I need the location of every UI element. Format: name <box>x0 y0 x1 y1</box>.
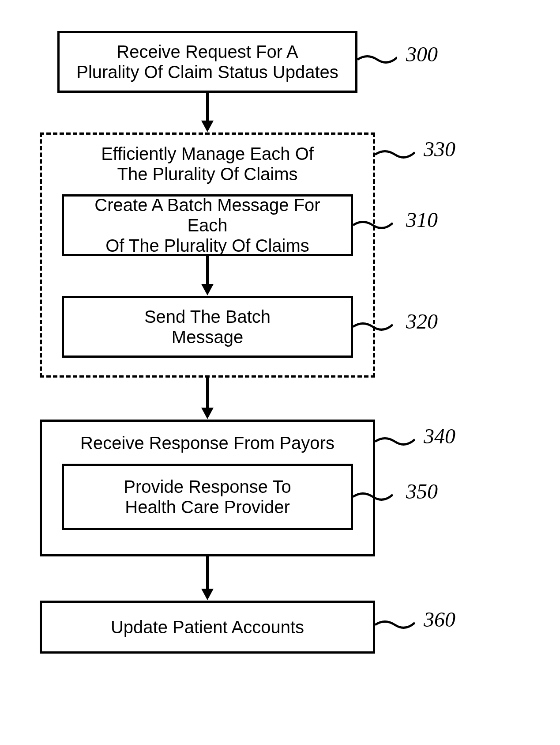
ref-label-330: 330 <box>424 137 455 161</box>
box-text: Of The Plurality Of Claims <box>105 236 309 255</box>
box-text: Message <box>172 327 243 347</box>
leader-line-icon <box>375 616 415 629</box>
flowchart-canvas: Receive Request For A Plurality Of Claim… <box>0 0 560 745</box>
box-text: Send The Batch <box>144 307 271 326</box>
box-text: Update Patient Accounts <box>111 617 304 637</box>
ref-label-360: 360 <box>424 607 455 632</box>
leader-line-icon <box>375 146 415 159</box>
leader-line-icon <box>353 216 393 230</box>
arrow-head-icon <box>201 121 214 132</box>
box-update-accounts: Update Patient Accounts <box>40 601 375 654</box>
ref-label-300: 300 <box>406 42 438 66</box>
arrow <box>206 256 209 285</box>
box-title: Efficiently Manage Each Of The Plurality… <box>42 144 373 184</box>
ref-label-350: 350 <box>406 479 438 503</box>
box-text: Health Care Provider <box>125 497 290 517</box>
arrow-head-icon <box>201 589 214 600</box>
leader-line-icon <box>357 51 397 64</box>
ref-label-310: 310 <box>406 208 438 232</box>
ref-label-320: 320 <box>406 309 438 333</box>
arrow <box>206 93 209 121</box>
box-title: Receive Response From Payors <box>80 433 334 453</box>
box-text: Efficiently Manage Each Of <box>101 144 314 163</box>
arrow <box>206 378 209 408</box>
leader-line-icon <box>353 488 393 501</box>
arrow-head-icon <box>201 284 214 295</box>
ref-label-340: 340 <box>424 424 455 448</box>
arrow-head-icon <box>201 408 214 419</box>
arrow <box>206 556 209 590</box>
leader-line-icon <box>375 433 415 446</box>
box-provide-response: Provide Response To Health Care Provider <box>62 464 353 530</box>
box-text: Create A Batch Message For Each <box>94 195 320 235</box>
box-receive-request: Receive Request For A Plurality Of Claim… <box>57 31 357 93</box>
box-text: Plurality Of Claim Status Updates <box>76 62 338 82</box>
leader-line-icon <box>353 318 393 331</box>
box-send-batch: Send The Batch Message <box>62 296 353 358</box>
box-text: Receive Request For A <box>117 42 298 61</box>
box-text: Provide Response To <box>124 477 291 496</box>
box-create-batch: Create A Batch Message For Each Of The P… <box>62 194 353 256</box>
box-text: The Plurality Of Claims <box>117 164 298 184</box>
